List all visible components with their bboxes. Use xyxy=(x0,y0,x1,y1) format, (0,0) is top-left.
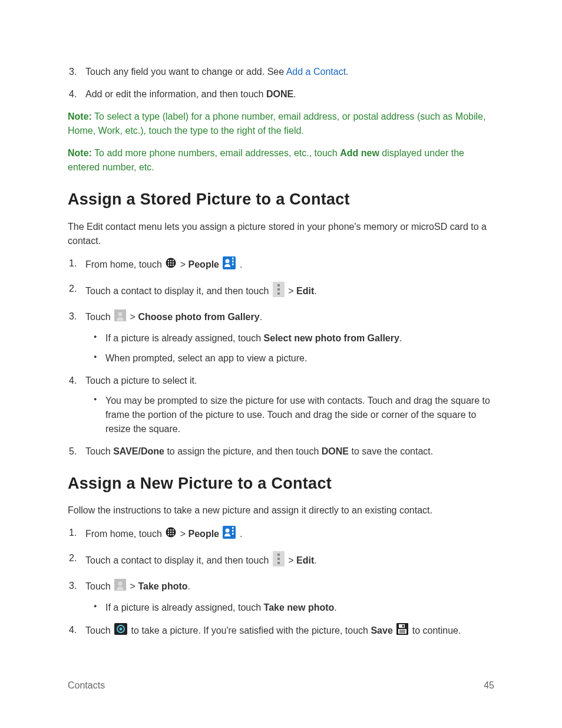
list-item: 4. Add or edit the information, and then… xyxy=(85,87,494,101)
list-item: 3. Touch > Take photo. If a picture is a… xyxy=(85,579,494,615)
list-item: 5. Touch SAVE/Done to assign the picture… xyxy=(85,444,494,459)
bold-text: Add new xyxy=(340,148,379,158)
text: > xyxy=(180,259,189,269)
note-paragraph: Note: To select a type (label) for a pho… xyxy=(68,110,494,138)
text: to continue. xyxy=(412,625,461,635)
text: Touch a contact to display it, and then … xyxy=(85,555,272,565)
contact-photo-placeholder-icon xyxy=(114,579,126,595)
svg-point-20 xyxy=(118,312,123,316)
svg-point-9 xyxy=(173,264,174,265)
list-number: 2. xyxy=(69,551,77,565)
svg-point-6 xyxy=(173,262,174,263)
camera-shutter-icon xyxy=(114,623,127,639)
svg-point-2 xyxy=(170,259,171,261)
note-text: To select a type (label) for a phone num… xyxy=(68,111,485,136)
list-item: 3. Touch > Choose photo from Gallery. If… xyxy=(85,309,494,365)
svg-point-7 xyxy=(168,264,169,265)
text: > xyxy=(130,581,138,591)
svg-rect-37 xyxy=(277,554,280,556)
bold-text: People xyxy=(189,259,219,269)
intro-paragraph: Follow the instructions to take a new pi… xyxy=(68,503,494,518)
svg-rect-16 xyxy=(277,284,280,286)
overflow-menu-icon xyxy=(273,282,285,301)
text: to take a picture. If you're satisfied w… xyxy=(131,625,371,635)
note-label: Note: xyxy=(68,148,92,158)
svg-rect-38 xyxy=(277,558,280,560)
text: You may be prompted to size the picture … xyxy=(105,396,490,434)
svg-point-5 xyxy=(170,262,171,263)
svg-rect-39 xyxy=(277,562,280,564)
svg-point-28 xyxy=(168,534,169,535)
svg-rect-13 xyxy=(232,263,234,265)
list-item: 2. Touch a contact to display it, and th… xyxy=(85,282,494,301)
svg-point-23 xyxy=(170,529,171,531)
text: > xyxy=(130,311,138,321)
bold-text: Select new photo from Gallery xyxy=(264,333,399,343)
text: . xyxy=(346,67,348,77)
text: If a picture is already assigned, touch xyxy=(105,602,264,612)
svg-point-29 xyxy=(170,534,171,535)
svg-point-27 xyxy=(173,532,174,533)
svg-point-26 xyxy=(170,532,171,533)
svg-point-8 xyxy=(170,264,171,265)
text: When prompted, select an app to view a p… xyxy=(105,353,307,363)
text: . xyxy=(188,581,190,591)
section1-steps: 1. From home, touch > People . 2. Touch … xyxy=(68,256,494,459)
save-disk-icon xyxy=(396,623,408,639)
list-item: 1. From home, touch > People . xyxy=(85,526,494,543)
list-number: 3. xyxy=(69,65,77,79)
bold-text: Choose photo from Gallery xyxy=(138,311,259,321)
text: . xyxy=(399,333,402,343)
bold-text: SAVE/Done xyxy=(113,446,164,456)
svg-point-4 xyxy=(168,262,169,263)
text: Add or edit the information, and then to… xyxy=(85,89,266,99)
svg-rect-11 xyxy=(232,258,234,259)
text: . xyxy=(314,555,316,565)
people-app-icon xyxy=(223,256,236,274)
link-add-a-contact[interactable]: Add a Contact xyxy=(286,67,346,77)
svg-rect-47 xyxy=(402,625,404,627)
list-number: 4. xyxy=(69,87,77,101)
bold-text: Take new photo xyxy=(264,602,335,612)
text: to assign the picture, and then touch xyxy=(164,446,322,456)
text: If a picture is already assigned, touch xyxy=(105,333,264,343)
text: . xyxy=(240,259,242,269)
footer-section-name: Contacts xyxy=(68,678,105,693)
svg-point-30 xyxy=(173,534,174,535)
svg-rect-31 xyxy=(223,526,236,539)
text: . xyxy=(240,529,242,539)
page-footer: Contacts 45 xyxy=(68,678,494,693)
svg-rect-17 xyxy=(277,288,280,291)
svg-point-1 xyxy=(168,259,169,261)
text: . xyxy=(260,311,262,321)
bold-text: Edit xyxy=(296,285,314,295)
bold-text: Save xyxy=(371,625,392,635)
list-number: 1. xyxy=(69,256,77,271)
list-item: 4. Touch a picture to select it. You may… xyxy=(85,374,494,436)
section2-steps: 1. From home, touch > People . 2. Touch … xyxy=(68,526,494,639)
heading-assign-stored-picture: Assign a Stored Picture to a Contact xyxy=(68,187,494,212)
text: > xyxy=(180,529,189,539)
text: > xyxy=(288,555,296,565)
bullet-item: When prompted, select an app to view a p… xyxy=(105,351,494,365)
svg-rect-12 xyxy=(232,261,234,262)
svg-point-24 xyxy=(173,529,174,531)
intro-paragraph: The Edit contact menu lets you assign a … xyxy=(68,220,494,248)
list-item: 2. Touch a contact to display it, and th… xyxy=(85,551,494,571)
sub-bullets: You may be prompted to size the picture … xyxy=(85,394,494,436)
svg-rect-10 xyxy=(223,256,236,269)
overflow-menu-icon xyxy=(273,551,285,571)
svg-point-35 xyxy=(226,529,230,533)
list-item: 4. Touch to take a picture. If you're sa… xyxy=(85,623,494,639)
list-number: 1. xyxy=(69,526,77,540)
contact-photo-placeholder-icon xyxy=(114,309,126,325)
svg-rect-32 xyxy=(232,527,234,529)
svg-point-14 xyxy=(226,259,230,263)
bold-text: Edit xyxy=(296,555,314,565)
list-number: 4. xyxy=(69,623,77,637)
note-paragraph: Note: To add more phone numbers, email a… xyxy=(68,146,494,174)
list-number: 3. xyxy=(69,309,77,324)
svg-point-22 xyxy=(168,529,169,531)
list-number: 3. xyxy=(69,579,77,593)
text: Touch xyxy=(85,581,113,591)
